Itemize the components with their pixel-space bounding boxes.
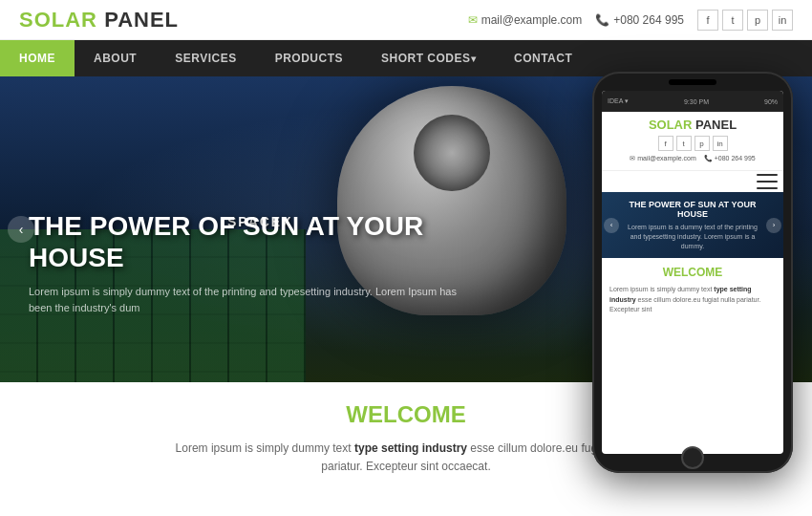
mobile-welcome-text: Lorem ipsum is simply dummy text type se… bbox=[609, 285, 776, 315]
hero-content: THE POWER OF SUN AT YOUR HOUSE Lorem ips… bbox=[29, 210, 478, 315]
hero-subtitle: Lorem ipsum is simply dummy text of the … bbox=[29, 284, 478, 315]
email-icon: ✉ bbox=[468, 13, 478, 27]
mobile-email: ✉ mail@example.com bbox=[630, 155, 696, 162]
mobile-facebook-icon[interactable]: f bbox=[658, 136, 673, 151]
mobile-hamburger-row bbox=[602, 170, 783, 192]
mobile-phone: 📞 +080 264 995 bbox=[704, 155, 756, 162]
logo-solar: SOLAR bbox=[19, 8, 97, 32]
mobile-welcome: WELCOME Lorem ipsum is simply dummy text… bbox=[602, 258, 783, 323]
mobile-screen: IDEA ▾ 9:30 PM 90% SOLAR PANEL f t p in … bbox=[602, 91, 783, 454]
capsule-detail bbox=[414, 115, 490, 191]
mobile-mockup: IDEA ▾ 9:30 PM 90% SOLAR PANEL f t p in … bbox=[592, 72, 793, 473]
mobile-signal: IDEA ▾ bbox=[608, 97, 629, 105]
welcome-text-before: Lorem ipsum is simply dummy text bbox=[176, 441, 354, 455]
mobile-welcome-title: WELCOME bbox=[609, 266, 776, 279]
hamburger-line-3 bbox=[757, 187, 778, 189]
header: SOLAR PANEL ✉ mail@example.com 📞 +080 26… bbox=[0, 0, 812, 40]
mobile-linkedin-icon[interactable]: in bbox=[713, 136, 728, 151]
mobile-header-content: SOLAR PANEL f t p in ✉ mail@example.com … bbox=[602, 112, 783, 170]
hamburger-line-1 bbox=[757, 174, 778, 176]
facebook-icon[interactable]: f bbox=[697, 10, 718, 31]
mobile-social-icons: f t p in bbox=[609, 136, 776, 151]
welcome-text-bold: type setting industry bbox=[354, 441, 467, 455]
welcome-text: Lorem ipsum is simply dummy text type se… bbox=[167, 440, 645, 476]
mobile-welcome-before: Lorem ipsum is simply dummy text bbox=[609, 286, 714, 292]
mobile-pinterest-icon[interactable]: p bbox=[694, 136, 710, 151]
mobile-welcome-rest: COME bbox=[688, 266, 722, 279]
mobile-logo-panel: PANEL bbox=[695, 118, 737, 132]
header-contact-info: ✉ mail@example.com 📞 +080 264 995 f t p … bbox=[468, 10, 793, 31]
nav-item-contact[interactable]: CONTACT bbox=[495, 40, 591, 76]
nav-item-shortcodes[interactable]: SHORT CODES bbox=[362, 40, 495, 76]
logo-panel: PANEL bbox=[104, 8, 179, 32]
phone-icon: 📞 bbox=[595, 13, 609, 27]
mobile-twitter-icon[interactable]: t bbox=[676, 136, 692, 151]
mobile-battery: 90% bbox=[764, 98, 778, 105]
mobile-welcome-highlight: WEL bbox=[663, 266, 689, 279]
pinterest-icon[interactable]: p bbox=[747, 10, 768, 31]
mobile-hero: ‹ › THE POWER OF SUN AT YOUR HOUSE Lorem… bbox=[602, 192, 783, 258]
twitter-icon[interactable]: t bbox=[722, 10, 743, 31]
mobile-logo-solar: SOLAR bbox=[649, 118, 693, 132]
email-text: mail@example.com bbox=[481, 13, 583, 27]
nav-item-about[interactable]: ABOUT bbox=[75, 40, 156, 76]
nav-item-services[interactable]: SERVICES bbox=[156, 40, 255, 76]
mobile-hero-title: THE POWER OF SUN AT YOUR HOUSE bbox=[609, 200, 776, 219]
nav-item-home[interactable]: HOME bbox=[0, 40, 75, 76]
mobile-hero-arrow-left[interactable]: ‹ bbox=[604, 218, 619, 233]
hero-title: THE POWER OF SUN AT YOUR HOUSE bbox=[29, 210, 478, 274]
mobile-contact: ✉ mail@example.com 📞 +080 264 995 bbox=[609, 155, 776, 162]
social-icons: f t p in bbox=[697, 10, 793, 31]
hero-arrow-left[interactable]: ‹ bbox=[8, 216, 34, 243]
mobile-logo: SOLAR PANEL bbox=[609, 118, 776, 132]
hamburger-icon[interactable] bbox=[757, 174, 778, 189]
welcome-rest: COME bbox=[397, 401, 466, 427]
mobile-time: 9:30 PM bbox=[684, 98, 709, 105]
linkedin-icon[interactable]: in bbox=[772, 10, 793, 31]
welcome-highlight: WEL bbox=[346, 401, 396, 427]
email-contact: ✉ mail@example.com bbox=[468, 13, 583, 27]
logo: SOLAR PANEL bbox=[19, 8, 179, 32]
mobile-home-button[interactable] bbox=[681, 446, 704, 469]
mobile-notch bbox=[669, 79, 716, 85]
phone-contact: 📞 +080 264 995 bbox=[595, 13, 684, 27]
phone-text: +080 264 995 bbox=[613, 13, 684, 27]
mobile-hero-text: Lorem ipsum is a dummy text of the print… bbox=[609, 223, 776, 250]
mobile-status-bar: IDEA ▾ 9:30 PM 90% bbox=[602, 91, 783, 112]
hamburger-line-2 bbox=[757, 181, 778, 183]
mobile-hero-arrow-right[interactable]: › bbox=[766, 218, 781, 233]
nav-item-products[interactable]: PRODUCTS bbox=[256, 40, 362, 76]
